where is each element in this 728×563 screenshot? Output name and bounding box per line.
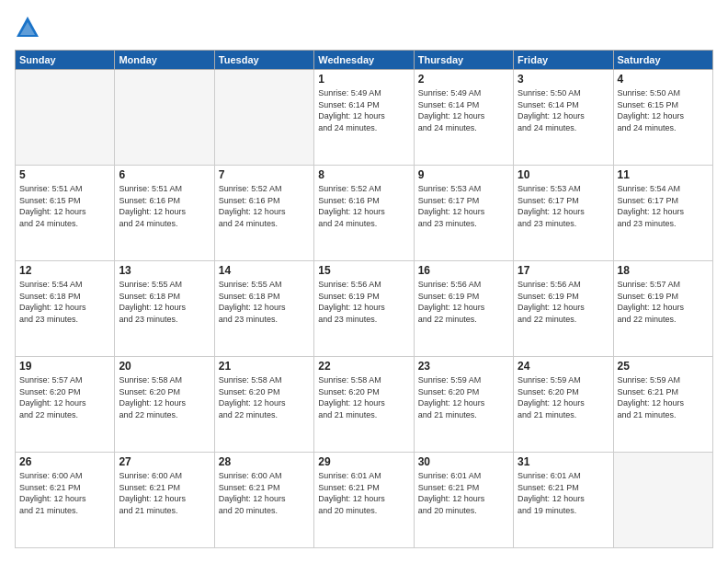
day-number: 1 xyxy=(318,73,409,86)
day-number: 14 xyxy=(219,264,310,277)
day-number: 29 xyxy=(318,455,409,468)
weekday-header-friday: Friday xyxy=(514,51,613,70)
calendar-cell: 2Sunrise: 5:49 AM Sunset: 6:14 PM Daylig… xyxy=(414,70,513,166)
calendar-cell: 8Sunrise: 5:52 AM Sunset: 6:16 PM Daylig… xyxy=(314,166,414,261)
day-info: Sunrise: 6:00 AM Sunset: 6:21 PM Dayligh… xyxy=(219,470,310,516)
calendar-cell: 4Sunrise: 5:50 AM Sunset: 6:15 PM Daylig… xyxy=(613,70,712,166)
day-number: 25 xyxy=(618,360,709,373)
day-number: 30 xyxy=(418,455,509,468)
day-info: Sunrise: 6:00 AM Sunset: 6:21 PM Dayligh… xyxy=(119,470,210,516)
calendar-week-3: 12Sunrise: 5:54 AM Sunset: 6:18 PM Dayli… xyxy=(16,261,713,357)
day-number: 7 xyxy=(219,168,310,181)
day-number: 17 xyxy=(518,264,609,277)
weekday-header-thursday: Thursday xyxy=(414,51,513,70)
calendar-cell: 31Sunrise: 6:01 AM Sunset: 6:21 PM Dayli… xyxy=(514,453,613,548)
calendar-cell: 3Sunrise: 5:50 AM Sunset: 6:14 PM Daylig… xyxy=(514,70,613,166)
day-info: Sunrise: 5:55 AM Sunset: 6:18 PM Dayligh… xyxy=(119,279,210,325)
day-number: 20 xyxy=(119,360,210,373)
day-number: 21 xyxy=(219,360,310,373)
calendar-cell: 23Sunrise: 5:59 AM Sunset: 6:20 PM Dayli… xyxy=(414,357,513,453)
calendar-cell: 1Sunrise: 5:49 AM Sunset: 6:14 PM Daylig… xyxy=(314,70,414,166)
calendar-cell: 13Sunrise: 5:55 AM Sunset: 6:18 PM Dayli… xyxy=(115,261,214,357)
day-info: Sunrise: 5:58 AM Sunset: 6:20 PM Dayligh… xyxy=(219,374,310,420)
day-info: Sunrise: 5:51 AM Sunset: 6:16 PM Dayligh… xyxy=(119,183,210,229)
day-info: Sunrise: 5:56 AM Sunset: 6:19 PM Dayligh… xyxy=(518,279,609,325)
calendar-week-5: 26Sunrise: 6:00 AM Sunset: 6:21 PM Dayli… xyxy=(16,453,713,548)
calendar-cell: 29Sunrise: 6:01 AM Sunset: 6:21 PM Dayli… xyxy=(314,453,414,548)
day-info: Sunrise: 5:57 AM Sunset: 6:19 PM Dayligh… xyxy=(618,279,709,325)
day-info: Sunrise: 6:00 AM Sunset: 6:21 PM Dayligh… xyxy=(19,470,110,516)
calendar-cell: 25Sunrise: 5:59 AM Sunset: 6:21 PM Dayli… xyxy=(613,357,712,453)
calendar-week-2: 5Sunrise: 5:51 AM Sunset: 6:15 PM Daylig… xyxy=(16,166,713,261)
day-number: 19 xyxy=(19,360,110,373)
day-number: 9 xyxy=(418,168,509,181)
day-info: Sunrise: 5:56 AM Sunset: 6:19 PM Dayligh… xyxy=(418,279,509,325)
day-number: 8 xyxy=(318,168,409,181)
weekday-header-row: SundayMondayTuesdayWednesdayThursdayFrid… xyxy=(16,51,713,70)
calendar-cell: 20Sunrise: 5:58 AM Sunset: 6:20 PM Dayli… xyxy=(115,357,214,453)
day-info: Sunrise: 5:59 AM Sunset: 6:20 PM Dayligh… xyxy=(518,374,609,420)
day-info: Sunrise: 5:56 AM Sunset: 6:19 PM Dayligh… xyxy=(318,279,409,325)
day-info: Sunrise: 5:54 AM Sunset: 6:18 PM Dayligh… xyxy=(19,279,110,325)
day-info: Sunrise: 5:49 AM Sunset: 6:14 PM Dayligh… xyxy=(418,87,509,133)
day-number: 5 xyxy=(19,168,110,181)
header xyxy=(15,15,713,40)
calendar-cell: 14Sunrise: 5:55 AM Sunset: 6:18 PM Dayli… xyxy=(214,261,313,357)
logo xyxy=(15,15,44,40)
day-number: 12 xyxy=(19,264,110,277)
calendar-cell: 5Sunrise: 5:51 AM Sunset: 6:15 PM Daylig… xyxy=(16,166,115,261)
day-number: 15 xyxy=(318,264,409,277)
day-info: Sunrise: 6:01 AM Sunset: 6:21 PM Dayligh… xyxy=(418,470,509,516)
day-info: Sunrise: 5:55 AM Sunset: 6:18 PM Dayligh… xyxy=(219,279,310,325)
calendar-cell xyxy=(115,70,214,166)
day-info: Sunrise: 5:52 AM Sunset: 6:16 PM Dayligh… xyxy=(219,183,310,229)
day-number: 2 xyxy=(418,73,509,86)
weekday-header-wednesday: Wednesday xyxy=(314,51,414,70)
day-info: Sunrise: 5:58 AM Sunset: 6:20 PM Dayligh… xyxy=(318,374,409,420)
page: SundayMondayTuesdayWednesdayThursdayFrid… xyxy=(0,0,728,563)
calendar-cell: 12Sunrise: 5:54 AM Sunset: 6:18 PM Dayli… xyxy=(16,261,115,357)
day-info: Sunrise: 5:54 AM Sunset: 6:17 PM Dayligh… xyxy=(618,183,709,229)
calendar-cell: 30Sunrise: 6:01 AM Sunset: 6:21 PM Dayli… xyxy=(414,453,513,548)
day-number: 24 xyxy=(518,360,609,373)
day-info: Sunrise: 5:59 AM Sunset: 6:20 PM Dayligh… xyxy=(418,374,509,420)
day-info: Sunrise: 5:58 AM Sunset: 6:20 PM Dayligh… xyxy=(119,374,210,420)
day-number: 3 xyxy=(518,73,609,86)
day-info: Sunrise: 5:53 AM Sunset: 6:17 PM Dayligh… xyxy=(518,183,609,229)
day-number: 13 xyxy=(119,264,210,277)
weekday-header-tuesday: Tuesday xyxy=(214,51,313,70)
day-number: 6 xyxy=(119,168,210,181)
calendar-cell: 24Sunrise: 5:59 AM Sunset: 6:20 PM Dayli… xyxy=(514,357,613,453)
calendar-cell: 11Sunrise: 5:54 AM Sunset: 6:17 PM Dayli… xyxy=(613,166,712,261)
weekday-header-sunday: Sunday xyxy=(16,51,115,70)
weekday-header-monday: Monday xyxy=(115,51,214,70)
calendar-cell: 26Sunrise: 6:00 AM Sunset: 6:21 PM Dayli… xyxy=(16,453,115,548)
day-info: Sunrise: 5:52 AM Sunset: 6:16 PM Dayligh… xyxy=(318,183,409,229)
day-info: Sunrise: 5:59 AM Sunset: 6:21 PM Dayligh… xyxy=(618,374,709,420)
day-number: 18 xyxy=(618,264,709,277)
day-number: 31 xyxy=(518,455,609,468)
calendar-cell: 15Sunrise: 5:56 AM Sunset: 6:19 PM Dayli… xyxy=(314,261,414,357)
calendar-week-4: 19Sunrise: 5:57 AM Sunset: 6:20 PM Dayli… xyxy=(16,357,713,453)
calendar-cell xyxy=(214,70,313,166)
day-info: Sunrise: 5:57 AM Sunset: 6:20 PM Dayligh… xyxy=(19,374,110,420)
day-info: Sunrise: 6:01 AM Sunset: 6:21 PM Dayligh… xyxy=(318,470,409,516)
calendar-cell: 17Sunrise: 5:56 AM Sunset: 6:19 PM Dayli… xyxy=(514,261,613,357)
day-number: 4 xyxy=(618,73,709,86)
day-info: Sunrise: 5:53 AM Sunset: 6:17 PM Dayligh… xyxy=(418,183,509,229)
calendar-table: SundayMondayTuesdayWednesdayThursdayFrid… xyxy=(15,50,713,548)
day-number: 23 xyxy=(418,360,509,373)
calendar-cell xyxy=(16,70,115,166)
day-number: 11 xyxy=(618,168,709,181)
day-number: 22 xyxy=(318,360,409,373)
day-number: 27 xyxy=(119,455,210,468)
day-info: Sunrise: 5:51 AM Sunset: 6:15 PM Dayligh… xyxy=(19,183,110,229)
calendar-cell: 16Sunrise: 5:56 AM Sunset: 6:19 PM Dayli… xyxy=(414,261,513,357)
calendar-cell: 7Sunrise: 5:52 AM Sunset: 6:16 PM Daylig… xyxy=(214,166,313,261)
day-number: 10 xyxy=(518,168,609,181)
day-number: 28 xyxy=(219,455,310,468)
day-info: Sunrise: 5:49 AM Sunset: 6:14 PM Dayligh… xyxy=(318,87,409,133)
calendar-cell: 9Sunrise: 5:53 AM Sunset: 6:17 PM Daylig… xyxy=(414,166,513,261)
calendar-cell: 21Sunrise: 5:58 AM Sunset: 6:20 PM Dayli… xyxy=(214,357,313,453)
calendar-week-1: 1Sunrise: 5:49 AM Sunset: 6:14 PM Daylig… xyxy=(16,70,713,166)
